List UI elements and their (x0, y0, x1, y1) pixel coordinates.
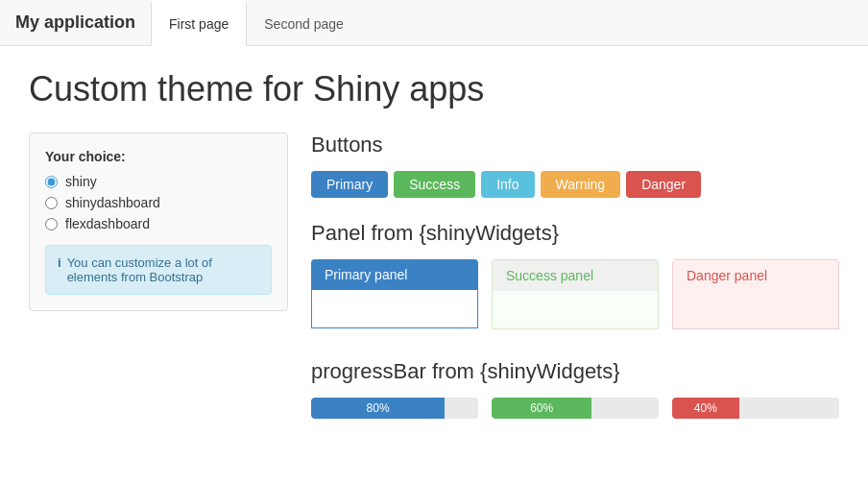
right-panel: Buttons Primary Success Info Warning Dan… (311, 133, 839, 419)
nav-tabs: First page Second page (151, 0, 361, 45)
progress-danger-fill: 40% (672, 398, 739, 419)
progress-primary-label: 80% (367, 401, 390, 415)
panel-danger: Danger panel (672, 259, 839, 336)
radio-shinydashboard-label: shinydashboard (65, 195, 160, 210)
btn-warning[interactable]: Warning (541, 171, 621, 198)
buttons-row: Primary Success Info Warning Danger (311, 171, 839, 198)
buttons-section-title: Buttons (311, 133, 839, 157)
radio-shiny[interactable]: shiny (45, 174, 272, 189)
panels-section-title: Panel from {shinyWidgets} (311, 221, 839, 246)
radio-group: shiny shinydashboard flexdashboard (45, 174, 272, 231)
main-content: Custom theme for Shiny apps Your choice:… (0, 46, 868, 442)
panel-success: Success panel (492, 259, 659, 336)
btn-info[interactable]: Info (481, 171, 534, 198)
progress-danger-wrapper: 40% (672, 398, 839, 419)
nav-tab-second-link[interactable]: Second page (247, 0, 361, 45)
progress-primary-wrapper: 80% (311, 398, 478, 419)
progress-danger-track: 40% (672, 398, 839, 419)
btn-danger[interactable]: Danger (626, 171, 701, 198)
panel-primary: Primary panel (311, 259, 478, 336)
info-box-text: You can customize a lot of elements from… (67, 255, 259, 284)
info-icon: i (58, 255, 61, 270)
btn-success[interactable]: Success (394, 171, 475, 198)
radio-shiny-label: shiny (65, 174, 97, 189)
progress-danger-label: 40% (694, 401, 717, 415)
panel-primary-header: Primary panel (311, 259, 478, 290)
panel-danger-header: Danger panel (672, 259, 839, 291)
info-box: i You can customize a lot of elements fr… (45, 245, 272, 295)
btn-primary[interactable]: Primary (311, 171, 388, 198)
panel-danger-body (672, 291, 839, 329)
panel-success-body (492, 291, 659, 329)
page-title: Custom theme for Shiny apps (29, 69, 839, 109)
left-panel: Your choice: shiny shinydashboard flexda… (29, 133, 288, 311)
radio-shinydashboard-input[interactable] (45, 197, 58, 209)
radio-shiny-input[interactable] (45, 176, 58, 188)
progress-success-fill: 60% (492, 398, 591, 419)
radio-flexdashboard-label: flexdashboard (65, 216, 150, 231)
nav-tab-second[interactable]: Second page (247, 0, 361, 45)
progress-primary-track: 80% (311, 398, 478, 419)
panels-row: Primary panel Success panel Danger panel (311, 259, 839, 336)
progress-success-label: 60% (530, 401, 553, 415)
progress-success-wrapper: 60% (492, 398, 659, 419)
nav-tab-first-link[interactable]: First page (151, 0, 247, 46)
radio-flexdashboard[interactable]: flexdashboard (45, 216, 272, 231)
progress-section-title: progressBar from {shinyWidgets} (311, 359, 839, 384)
progress-bars-row: 80% 60% 40% (311, 398, 839, 419)
radio-shinydashboard[interactable]: shinydashboard (45, 195, 272, 210)
radio-flexdashboard-input[interactable] (45, 218, 58, 230)
progress-success-track: 60% (492, 398, 659, 419)
navbar-brand[interactable]: My application (0, 0, 151, 45)
nav-tab-first[interactable]: First page (151, 0, 247, 45)
navbar: My application First page Second page (0, 0, 868, 46)
panel-success-header: Success panel (492, 259, 659, 291)
progress-primary-fill: 80% (311, 398, 445, 419)
panel-primary-body (311, 290, 478, 328)
choice-label: Your choice: (45, 149, 272, 164)
content-layout: Your choice: shiny shinydashboard flexda… (29, 133, 839, 419)
